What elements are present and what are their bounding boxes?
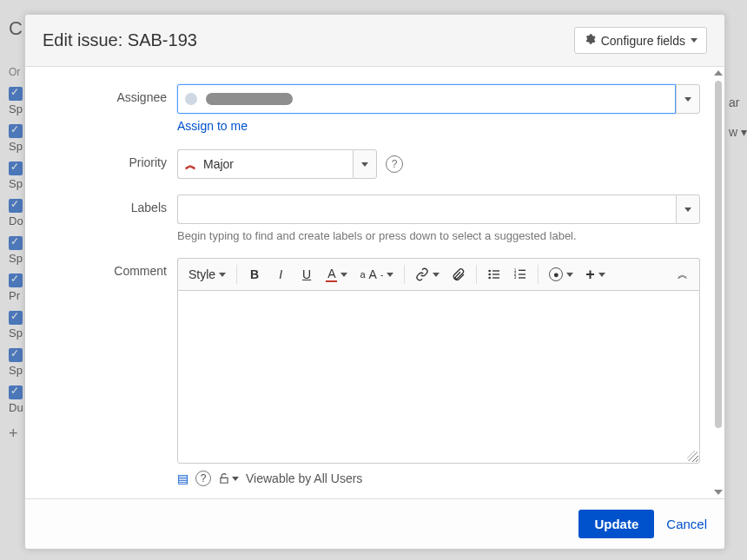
- chevron-down-icon: [340, 273, 347, 277]
- mention-button[interactable]: ●: [544, 262, 578, 287]
- chevron-down-icon: [566, 273, 573, 277]
- collapse-toolbar-button[interactable]: ︽: [670, 262, 694, 287]
- comment-help-icon[interactable]: ?: [195, 471, 211, 486]
- svg-point-0: [489, 270, 492, 273]
- priority-select[interactable]: ︽ Major: [177, 149, 377, 179]
- labels-label: Labels: [43, 194, 177, 214]
- svg-rect-7: [519, 270, 526, 271]
- chevron-down-icon: [684, 97, 691, 102]
- svg-rect-5: [492, 277, 499, 278]
- configure-fields-label: Configure fields: [601, 34, 685, 48]
- dialog-footer: Update Cancel: [25, 498, 724, 549]
- edit-issue-dialog: Edit issue: SAB-193 Configure fields Ass…: [24, 14, 725, 550]
- priority-major-icon: ︽: [185, 159, 196, 170]
- assignee-value-redacted: [206, 93, 293, 105]
- chevron-down-icon: [219, 273, 226, 277]
- clear-format-button[interactable]: aA-: [354, 262, 399, 287]
- svg-point-2: [489, 273, 492, 276]
- assign-to-me-link[interactable]: Assign to me: [177, 119, 248, 133]
- resize-handle[interactable]: [687, 451, 697, 461]
- insert-more-button[interactable]: +: [580, 262, 611, 287]
- chevron-down-icon: [598, 273, 605, 277]
- labels-hint: Begin typing to find and create labels o…: [177, 229, 700, 242]
- chevron-down-icon: [433, 273, 440, 277]
- comment-textarea[interactable]: [177, 290, 700, 464]
- labels-select[interactable]: [177, 194, 700, 224]
- chevron-down-icon: [387, 273, 393, 277]
- scrollbar[interactable]: [714, 70, 723, 495]
- bold-button[interactable]: B: [242, 262, 267, 287]
- svg-point-4: [489, 277, 492, 280]
- attachment-button[interactable]: [446, 262, 471, 287]
- cancel-button[interactable]: Cancel: [666, 517, 707, 531]
- dialog-title: Edit issue: SAB-193: [43, 30, 197, 50]
- italic-button[interactable]: I: [268, 262, 293, 287]
- priority-help-icon[interactable]: ?: [386, 155, 403, 173]
- assignee-dropdown-toggle[interactable]: [676, 84, 700, 114]
- svg-rect-1: [492, 270, 499, 271]
- priority-dropdown-toggle[interactable]: [353, 149, 377, 179]
- link-button[interactable]: [410, 262, 445, 287]
- dialog-header: Edit issue: SAB-193 Configure fields: [25, 15, 724, 67]
- chevron-down-icon: [684, 208, 691, 212]
- gear-icon: [584, 33, 596, 48]
- text-color-button[interactable]: A: [321, 262, 353, 287]
- svg-rect-3: [492, 273, 499, 274]
- svg-text:3: 3: [514, 275, 517, 280]
- assignee-label: Assignee: [43, 84, 177, 104]
- style-dropdown[interactable]: Style: [183, 262, 231, 287]
- svg-rect-9: [519, 273, 526, 274]
- chevron-down-icon: [361, 162, 368, 167]
- avatar-icon: [185, 93, 197, 105]
- svg-rect-11: [519, 277, 526, 278]
- comment-label: Comment: [43, 258, 177, 278]
- underline-button[interactable]: U: [294, 262, 319, 287]
- security-level-button[interactable]: [218, 472, 239, 484]
- viewable-by-text: Viewable by All Users: [246, 471, 362, 485]
- assignee-select[interactable]: [177, 84, 700, 114]
- comment-toolbar: Style B I U A aA-: [177, 258, 700, 290]
- labels-dropdown-toggle[interactable]: [676, 194, 700, 224]
- chevron-down-icon: [232, 477, 239, 481]
- bullet-list-button[interactable]: [482, 262, 506, 287]
- configure-fields-button[interactable]: Configure fields: [574, 27, 707, 54]
- chevron-down-icon: [691, 38, 697, 43]
- numbered-list-button[interactable]: 123: [508, 262, 532, 287]
- labels-input[interactable]: [177, 194, 676, 224]
- priority-label: Priority: [43, 149, 177, 169]
- update-button[interactable]: Update: [578, 510, 654, 538]
- priority-value: Major: [203, 157, 234, 171]
- visual-mode-icon[interactable]: ▤: [177, 471, 188, 485]
